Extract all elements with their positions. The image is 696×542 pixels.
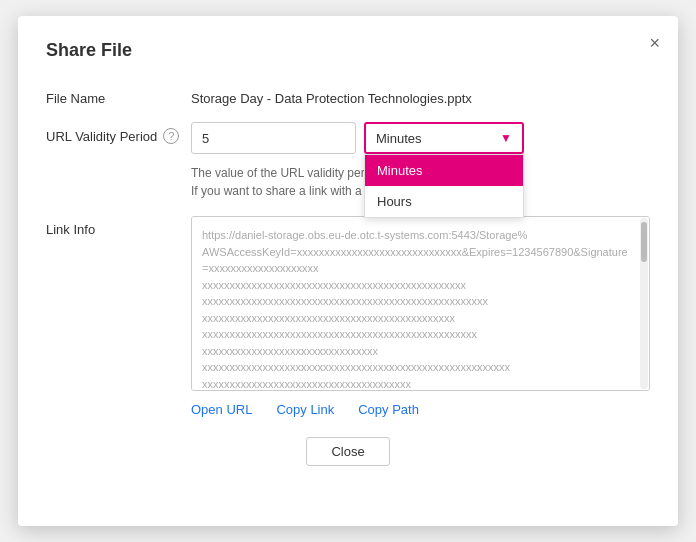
help-icon[interactable]: ? (163, 128, 179, 144)
dialog-title: Share File (46, 40, 650, 61)
file-name-label: File Name (46, 85, 191, 106)
close-dialog-button[interactable]: Close (306, 437, 389, 466)
link-info-label: Link Info (46, 216, 191, 237)
url-validity-row: URL Validity Period ? Minutes ▼ Minutes … (46, 122, 650, 200)
dropdown-item-minutes[interactable]: Minutes (365, 155, 523, 186)
copy-path-button[interactable]: Copy Path (358, 402, 419, 417)
scrollbar-thumb (641, 222, 647, 262)
dialog-footer: Close (46, 437, 650, 466)
file-name-row: File Name Storage Day - Data Protection … (46, 85, 650, 106)
link-info-textarea-wrapper: https://daniel-storage.obs.eu-de.otc.t-s… (191, 216, 650, 394)
open-url-button[interactable]: Open URL (191, 402, 252, 417)
unit-dropdown-wrapper: Minutes ▼ Minutes Hours (364, 122, 524, 154)
validity-input[interactable] (191, 122, 356, 154)
link-actions: Open URL Copy Link Copy Path (191, 402, 650, 417)
unit-dropdown-selected: Minutes (376, 131, 422, 146)
link-info-row: Link Info https://daniel-storage.obs.eu-… (46, 216, 650, 394)
link-info-textarea[interactable]: https://daniel-storage.obs.eu-de.otc.t-s… (191, 216, 650, 391)
scrollbar (640, 218, 648, 389)
dropdown-arrow-icon: ▼ (500, 131, 512, 145)
validity-input-row: Minutes ▼ Minutes Hours (191, 122, 650, 154)
share-file-dialog: × Share File File Name Storage Day - Dat… (18, 16, 678, 526)
validity-controls: Minutes ▼ Minutes Hours The value of the… (191, 122, 650, 200)
url-validity-label: URL Validity Period ? (46, 122, 191, 144)
dialog-close-button[interactable]: × (649, 34, 660, 52)
unit-dropdown-button[interactable]: Minutes ▼ (364, 122, 524, 154)
file-name-value: Storage Day - Data Protection Technologi… (191, 85, 650, 106)
unit-dropdown-menu: Minutes Hours (364, 154, 524, 218)
dropdown-item-hours[interactable]: Hours (365, 186, 523, 217)
copy-link-button[interactable]: Copy Link (276, 402, 334, 417)
